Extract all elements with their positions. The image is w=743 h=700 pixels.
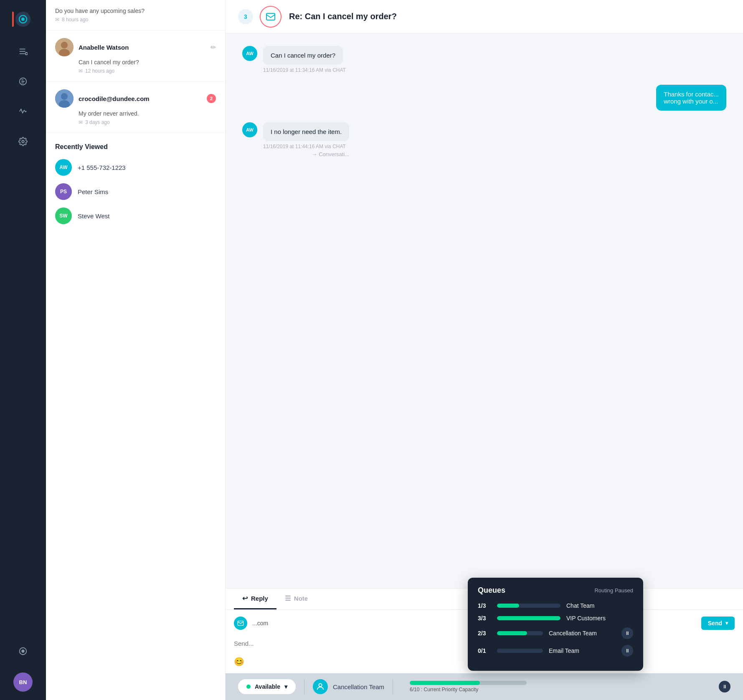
status-team: Cancellation Team bbox=[313, 679, 384, 694]
queue-fill-cancellation bbox=[497, 631, 527, 635]
message-text-1: Can I cancel my order? bbox=[263, 46, 343, 65]
queue-row-email: 0/1 Email Team ⏸ bbox=[478, 645, 633, 657]
capacity-pause-button[interactable]: ⏸ bbox=[719, 681, 730, 692]
queue-bar-cancellation bbox=[497, 631, 543, 635]
rv-avatar-ps: PS bbox=[55, 183, 72, 200]
reply-area: ↩ Reply ☰ Note ...com bbox=[226, 588, 743, 673]
conv-preview: Can I cancel my order? bbox=[55, 59, 216, 66]
team-avatar-icon bbox=[313, 679, 328, 694]
queue-name-chat: Chat Team bbox=[566, 602, 633, 609]
note-tab-icon: ☰ bbox=[285, 594, 291, 602]
rv-avatar-aw: AW bbox=[55, 159, 72, 176]
queues-title: Queues bbox=[478, 586, 505, 595]
message-meta-3: 11/16/2019 at 11:44:16 AM via CHAT bbox=[263, 144, 349, 149]
send-button[interactable]: Send ▾ bbox=[701, 617, 735, 630]
status-bar: Available ▾ Cancellation Team 6/10 : Cu bbox=[226, 673, 743, 700]
queue-fill-vip bbox=[497, 616, 560, 620]
send-label: Send bbox=[708, 620, 722, 627]
queue-fill-chat bbox=[497, 604, 519, 608]
queue-pause-cancellation[interactable]: ⏸ bbox=[621, 627, 633, 639]
logo-icon bbox=[15, 12, 30, 27]
queue-fraction-chat: 1/3 bbox=[478, 602, 491, 609]
rv-label-sw: Steve West bbox=[78, 212, 109, 220]
conversation-list-panel: Do you have any upcoming sales? ✉ 8 hour… bbox=[46, 0, 226, 700]
svg-point-14 bbox=[61, 93, 68, 100]
nav-logo bbox=[12, 8, 34, 30]
email-icon: ✉ bbox=[55, 17, 59, 23]
chat-messages-area: AW Can I cancel my order? 11/16/2019 at … bbox=[226, 33, 743, 588]
message-text-3: I no longer need the item. bbox=[263, 122, 349, 141]
conv-time: ✉ 3 days ago bbox=[55, 119, 216, 125]
user-avatar-nav[interactable]: BN bbox=[13, 672, 33, 692]
message-meta-1: 11/16/2019 at 11:34:16 AM via CHAT bbox=[263, 67, 346, 73]
conv-time: ✉ 8 hours ago bbox=[55, 17, 216, 23]
settings-nav-icon[interactable] bbox=[14, 133, 32, 150]
queue-fraction-vip: 3/3 bbox=[478, 615, 491, 622]
message-bubble-1: Can I cancel my order? 11/16/2019 at 11:… bbox=[263, 46, 346, 73]
edit-icon[interactable]: ✏ bbox=[210, 43, 216, 51]
conversation-number-badge: 3 bbox=[238, 9, 253, 24]
conversation-item-anabelle[interactable]: Anabelle Watson ✏ Can I cancel my order?… bbox=[46, 30, 225, 82]
available-dot-icon bbox=[246, 685, 251, 689]
conversations-nav-icon[interactable] bbox=[14, 73, 32, 90]
help-nav-icon[interactable] bbox=[14, 642, 32, 660]
email-icon: ✉ bbox=[79, 68, 83, 74]
conv-time: ✉ 12 hours ago bbox=[55, 68, 216, 74]
activity-nav-icon[interactable] bbox=[14, 103, 32, 120]
capacity-fill bbox=[410, 681, 480, 685]
conv-name: Anabelle Watson bbox=[79, 44, 205, 51]
search-nav-icon[interactable] bbox=[14, 43, 32, 60]
recently-viewed-title: Recently Viewed bbox=[55, 143, 216, 151]
reply-tab-label: Reply bbox=[251, 595, 268, 602]
unread-badge: 2 bbox=[207, 94, 216, 103]
conv-preview-text: Do you have any upcoming sales? bbox=[55, 8, 216, 14]
capacity-bar bbox=[410, 681, 527, 685]
queue-fraction-cancellation: 2/3 bbox=[478, 630, 491, 637]
rv-item-ps[interactable]: PS Peter Sims bbox=[55, 183, 216, 200]
queue-bar-email bbox=[497, 649, 543, 653]
emoji-icon[interactable]: 😊 bbox=[234, 657, 244, 667]
dropdown-arrow-icon: ▾ bbox=[725, 620, 728, 626]
tab-note[interactable]: ☰ Note bbox=[276, 589, 316, 609]
rv-item-sw[interactable]: SW Steve West bbox=[55, 207, 216, 224]
capacity-section: 6/10 : Current Priority Capacity bbox=[401, 681, 706, 692]
message-text-2: Thanks for contac...wrong with your o... bbox=[656, 85, 726, 111]
conversation-item-crocodile[interactable]: crocodile@dundee.com 2 My order never ar… bbox=[46, 82, 225, 133]
rv-item-aw[interactable]: AW +1 555-732-1223 bbox=[55, 159, 216, 176]
email-icon: ✉ bbox=[79, 119, 83, 125]
available-status-button[interactable]: Available ▾ bbox=[238, 679, 296, 694]
message-row-2: Thanks for contac...wrong with your o... bbox=[242, 85, 726, 111]
conversation-header: 3 Re: Can I cancel my order? bbox=[226, 0, 743, 33]
conversation-title: Re: Can I cancel my order? bbox=[289, 12, 397, 21]
svg-point-9 bbox=[21, 649, 24, 652]
rv-avatar-sw: SW bbox=[55, 207, 72, 224]
status-divider bbox=[304, 679, 304, 694]
queue-row-vip: 3/3 VIP Customers bbox=[478, 615, 633, 622]
status-divider-2 bbox=[393, 679, 393, 694]
team-name: Cancellation Team bbox=[333, 683, 384, 690]
queue-row-chat: 1/3 Chat Team bbox=[478, 602, 633, 609]
conv-header: Anabelle Watson ✏ bbox=[55, 38, 216, 56]
message-row-1: AW Can I cancel my order? 11/16/2019 at … bbox=[242, 46, 726, 73]
reply-email-icon bbox=[234, 617, 247, 630]
conversation-item[interactable]: Do you have any upcoming sales? ✉ 8 hour… bbox=[46, 0, 225, 30]
queues-header: Queues Routing Paused bbox=[478, 586, 633, 595]
message-bubble-3: I no longer need the item. 11/16/2019 at… bbox=[263, 122, 349, 157]
queue-pause-email[interactable]: ⏸ bbox=[621, 645, 633, 657]
rv-label-aw: +1 555-732-1223 bbox=[78, 164, 126, 171]
svg-point-7 bbox=[22, 140, 24, 143]
message-row-3: AW I no longer need the item. 11/16/2019… bbox=[242, 122, 726, 157]
tab-reply[interactable]: ↩ Reply bbox=[234, 589, 276, 609]
queue-name-email: Email Team bbox=[549, 647, 616, 654]
queues-popup: Queues Routing Paused 1/3 Chat Team 3/3 bbox=[468, 578, 643, 671]
queue-bar-chat bbox=[497, 604, 560, 608]
capacity-text: 6/10 : Current Priority Capacity bbox=[410, 687, 706, 692]
queues-routing-status: Routing Paused bbox=[594, 587, 633, 594]
sender-avatar-aw: AW bbox=[242, 46, 257, 61]
message-bubble-2: Thanks for contac...wrong with your o... bbox=[656, 85, 726, 111]
email-icon-circle bbox=[260, 6, 281, 28]
queue-name-cancellation: Cancellation Team bbox=[549, 630, 616, 637]
svg-point-4 bbox=[25, 53, 28, 55]
conv-header: crocodile@dundee.com 2 bbox=[55, 89, 216, 108]
svg-point-1 bbox=[21, 18, 25, 21]
